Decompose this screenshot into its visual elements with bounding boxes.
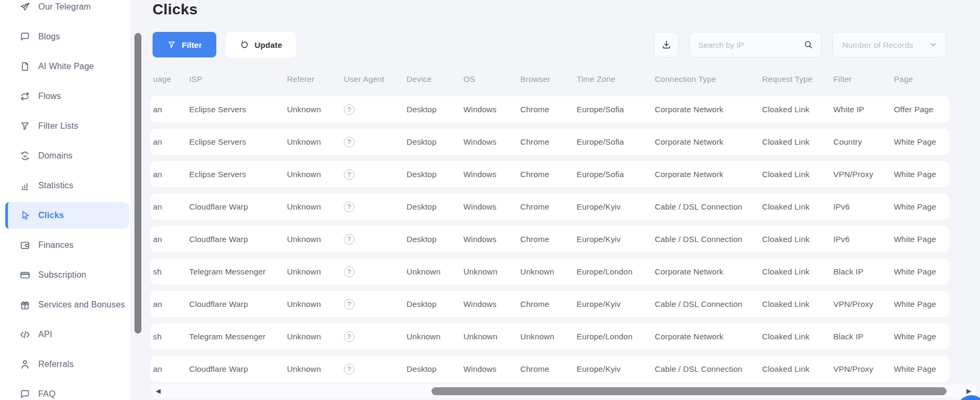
sidebar-item-blogs[interactable]: Blogs [0, 22, 130, 52]
table-cell: Windows [463, 202, 520, 211]
question-mark-icon[interactable]: ? [344, 234, 354, 245]
sidebar-item-referrals[interactable]: Referrals [0, 349, 130, 379]
table-cell: Black IP [833, 332, 894, 341]
sidebar-item-flows[interactable]: Flows [0, 81, 130, 111]
header-cell-filter: Filter [833, 74, 894, 84]
table-cell: Cloaked Link [762, 299, 833, 309]
toolbar-right: Number of Records [654, 32, 947, 57]
horizontal-scrollbar[interactable]: ◀ ▶ [150, 384, 977, 398]
sidebar-item-statistics[interactable]: Statistics [0, 171, 130, 201]
table-body: anEclipse ServersUnknown?DesktopWindowsC… [150, 96, 949, 388]
table-cell: VPN/Proxy [833, 299, 894, 309]
table-cell: Cloaked Link [762, 105, 833, 114]
table-cell: Chrome [520, 299, 577, 309]
table-cell: Cloudflare Warp [189, 235, 287, 244]
table-row: anEclipse ServersUnknown?DesktopWindowsC… [150, 129, 949, 155]
table-cell: Country [833, 137, 894, 146]
sidebar-item-label: Filter Lists [38, 121, 78, 131]
table-cell: Cable / DSL Connection [655, 364, 762, 373]
download-button[interactable] [654, 32, 679, 57]
question-mark-icon[interactable]: ? [344, 331, 354, 342]
scroll-right-arrow-icon[interactable]: ▶ [967, 388, 971, 394]
table-cell: Chrome [520, 235, 577, 244]
table-cell: Cloudflare Warp [189, 202, 287, 211]
records-dropdown[interactable]: Number of Records [832, 32, 947, 57]
table-cell-user-agent: ? [344, 364, 407, 374]
question-mark-icon[interactable]: ? [344, 169, 354, 180]
records-dropdown-label: Number of Records [842, 40, 913, 49]
credit-card-icon [19, 269, 31, 281]
table-cell: Unknown [287, 137, 344, 146]
table-cell: Cloaked Link [762, 332, 833, 341]
table-cell: an [153, 137, 189, 146]
table-cell: VPN/Proxy [833, 364, 894, 373]
table-cell: White IP [833, 105, 894, 114]
table-cell: Cloaked Link [762, 170, 833, 179]
sidebar-item-faq[interactable]: FAQ [0, 379, 130, 400]
table-cell: Europe/London [577, 267, 655, 276]
sidebar-item-ai-white-page[interactable]: AI White Page [0, 52, 130, 81]
table-cell: Unknown [287, 299, 344, 309]
table-cell: Chrome [520, 170, 577, 179]
sidebar-item-domains[interactable]: wDomains [0, 141, 130, 171]
search-box [689, 32, 822, 57]
table-cell: Cable / DSL Connection [655, 202, 762, 211]
table-cell: White Page [894, 364, 949, 373]
sidebar-item-services-and-bonuses[interactable]: Services and Bonuses [0, 290, 130, 320]
table-cell: an [153, 364, 189, 373]
table-cell: an [153, 170, 189, 179]
sidebar-item-label: API [38, 330, 52, 339]
cycle-arrows-icon [19, 90, 31, 102]
table-cell: Eclipse Servers [189, 137, 287, 146]
scroll-left-arrow-icon[interactable]: ◀ [156, 388, 160, 394]
table-cell: Eclipse Servers [189, 105, 287, 114]
table-cell: Desktop [407, 364, 463, 373]
table-cell: Black IP [833, 267, 894, 276]
table-cell: Chrome [520, 105, 577, 114]
sidebar-item-label: FAQ [38, 389, 56, 399]
table-cell: Windows [463, 364, 520, 373]
table-cell: Unknown [287, 332, 344, 341]
page-title: Clicks [153, 1, 198, 18]
chat-bubble-icon [19, 31, 31, 43]
sidebar-item-api[interactable]: API [0, 320, 130, 349]
sidebar-item-filter-lists[interactable]: Filter Lists [0, 111, 130, 141]
globe-w-icon: w [19, 150, 31, 162]
table-cell: Unknown [407, 332, 463, 341]
filter-button-label: Filter [182, 40, 202, 49]
header-cell-request-type: Request Type [762, 74, 833, 84]
table-cell: Eclipse Servers [189, 170, 287, 179]
question-mark-icon[interactable]: ? [344, 364, 354, 374]
table-cell: Desktop [407, 235, 463, 244]
sidebar-item-finances[interactable]: Finances [0, 230, 130, 260]
question-mark-icon[interactable]: ? [344, 266, 354, 277]
sidebar-menu: Our TelegramBlogsAI White PageFlowsFilte… [0, 0, 130, 400]
sidebar-item-clicks[interactable]: Clicks [0, 201, 130, 230]
question-mark-icon[interactable]: ? [344, 104, 354, 115]
search-input[interactable] [698, 40, 803, 49]
filter-button[interactable]: Filter [153, 32, 216, 57]
table-cell: Cable / DSL Connection [655, 235, 762, 244]
table-cell: White Page [894, 202, 949, 211]
table-cell: Corporate Network [655, 137, 762, 146]
table-cell: Windows [463, 105, 520, 114]
table-cell: Telegram Messenger [189, 332, 287, 341]
sidebar-item-subscription[interactable]: Subscription [0, 260, 130, 290]
table-cell: Chrome [520, 137, 577, 146]
header-cell-browser: Browser [520, 74, 577, 84]
question-mark-icon[interactable]: ? [344, 299, 354, 310]
table-cell: White Page [894, 299, 949, 309]
table-cell: Europe/Kyiv [577, 235, 655, 244]
question-mark-icon[interactable]: ? [344, 137, 354, 147]
question-mark-icon[interactable]: ? [344, 202, 354, 212]
search-icon[interactable] [803, 39, 814, 50]
table-cell: Unknown [520, 267, 577, 276]
horizontal-scrollbar-thumb[interactable] [432, 387, 947, 395]
sidebar-scrollbar-thumb[interactable] [134, 33, 141, 334]
update-button[interactable]: Update [226, 32, 296, 57]
sidebar: Our TelegramBlogsAI White PageFlowsFilte… [0, 0, 130, 400]
header-cell-time-zone: Time Zone [577, 74, 655, 84]
sidebar-active-pill[interactable]: Clicks [5, 202, 129, 229]
sidebar-item-our-telegram[interactable]: Our Telegram [0, 0, 130, 22]
table-row: anCloudflare WarpUnknown?DesktopWindowsC… [150, 291, 949, 317]
